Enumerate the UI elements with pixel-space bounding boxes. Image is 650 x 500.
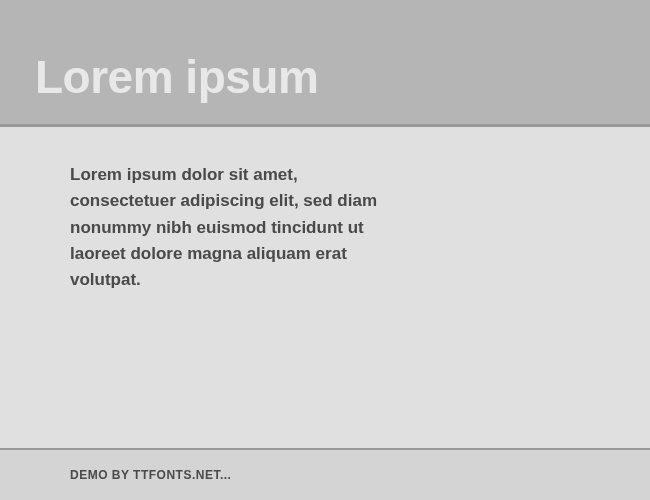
body-paragraph: Lorem ipsum dolor sit amet, consectetuer… <box>70 162 390 294</box>
header-section: Lorem ipsum <box>0 0 650 127</box>
footer-section: DEMO BY TTFONTS.NET... <box>0 450 650 500</box>
page-title: Lorem ipsum <box>35 50 615 104</box>
footer-text: DEMO BY TTFONTS.NET... <box>70 468 580 482</box>
body-section: Lorem ipsum dolor sit amet, consectetuer… <box>0 127 650 450</box>
